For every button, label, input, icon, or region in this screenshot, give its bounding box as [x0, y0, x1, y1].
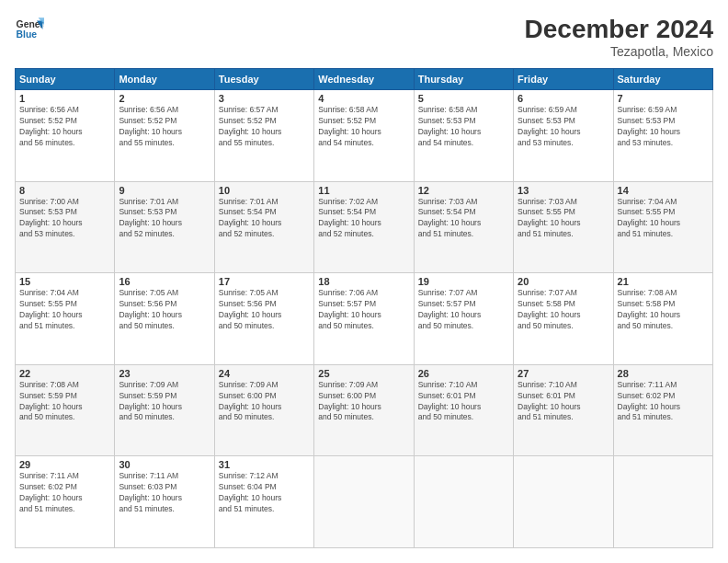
table-row: 24Sunrise: 7:09 AM Sunset: 6:00 PM Dayli…	[214, 364, 313, 456]
day-number: 30	[119, 459, 210, 470]
day-number: 27	[518, 368, 609, 379]
day-info: Sunrise: 7:05 AM Sunset: 5:56 PM Dayligh…	[119, 288, 210, 332]
day-number: 23	[119, 368, 210, 379]
day-info: Sunrise: 6:59 AM Sunset: 5:53 PM Dayligh…	[618, 105, 709, 149]
day-number: 25	[318, 368, 409, 379]
table-row: 31Sunrise: 7:12 AM Sunset: 6:04 PM Dayli…	[214, 456, 313, 548]
col-sunday: Sunday	[16, 69, 115, 90]
day-info: Sunrise: 7:01 AM Sunset: 5:54 PM Dayligh…	[219, 197, 310, 241]
col-tuesday: Tuesday	[214, 69, 313, 90]
day-info: Sunrise: 7:01 AM Sunset: 5:53 PM Dayligh…	[119, 197, 210, 241]
table-row: 2Sunrise: 6:56 AM Sunset: 5:52 PM Daylig…	[115, 90, 214, 182]
table-row: 4Sunrise: 6:58 AM Sunset: 5:52 PM Daylig…	[314, 90, 414, 182]
day-number: 5	[418, 93, 509, 104]
day-info: Sunrise: 7:09 AM Sunset: 6:00 PM Dayligh…	[318, 380, 409, 424]
day-number: 10	[219, 185, 310, 196]
table-row: 18Sunrise: 7:06 AM Sunset: 5:57 PM Dayli…	[314, 273, 414, 365]
day-number: 28	[618, 368, 709, 379]
svg-text:Blue: Blue	[17, 29, 38, 40]
table-row: 19Sunrise: 7:07 AM Sunset: 5:57 PM Dayli…	[414, 273, 513, 365]
day-info: Sunrise: 7:07 AM Sunset: 5:57 PM Dayligh…	[418, 288, 509, 332]
day-info: Sunrise: 7:10 AM Sunset: 6:01 PM Dayligh…	[518, 380, 609, 424]
day-info: Sunrise: 6:56 AM Sunset: 5:52 PM Dayligh…	[19, 105, 110, 149]
col-saturday: Saturday	[613, 69, 712, 90]
col-friday: Friday	[514, 69, 613, 90]
day-info: Sunrise: 7:12 AM Sunset: 6:04 PM Dayligh…	[219, 471, 310, 515]
calendar-table: Sunday Monday Tuesday Wednesday Thursday…	[15, 68, 713, 548]
day-number: 8	[19, 185, 110, 196]
day-info: Sunrise: 7:11 AM Sunset: 6:02 PM Dayligh…	[618, 380, 709, 424]
day-number: 22	[19, 368, 110, 379]
day-info: Sunrise: 7:08 AM Sunset: 5:59 PM Dayligh…	[19, 380, 110, 424]
calendar-week-row: 29Sunrise: 7:11 AM Sunset: 6:02 PM Dayli…	[16, 456, 713, 548]
day-info: Sunrise: 7:07 AM Sunset: 5:58 PM Dayligh…	[518, 288, 609, 332]
table-row	[514, 456, 613, 548]
table-row: 17Sunrise: 7:05 AM Sunset: 5:56 PM Dayli…	[214, 273, 313, 365]
table-row	[314, 456, 414, 548]
logo-icon: General Blue	[15, 15, 44, 44]
table-row: 27Sunrise: 7:10 AM Sunset: 6:01 PM Dayli…	[514, 364, 613, 456]
title-block: December 2024 Tezapotla, Mexico	[525, 15, 713, 59]
day-number: 3	[219, 93, 310, 104]
table-row: 20Sunrise: 7:07 AM Sunset: 5:58 PM Dayli…	[514, 273, 613, 365]
day-info: Sunrise: 7:04 AM Sunset: 5:55 PM Dayligh…	[618, 197, 709, 241]
table-row: 11Sunrise: 7:02 AM Sunset: 5:54 PM Dayli…	[314, 181, 414, 273]
col-monday: Monday	[115, 69, 214, 90]
day-number: 6	[518, 93, 609, 104]
table-row: 15Sunrise: 7:04 AM Sunset: 5:55 PM Dayli…	[16, 273, 115, 365]
day-number: 9	[119, 185, 210, 196]
calendar-week-row: 8Sunrise: 7:00 AM Sunset: 5:53 PM Daylig…	[16, 181, 713, 273]
table-row	[613, 456, 712, 548]
day-number: 16	[119, 276, 210, 287]
calendar-header-row: Sunday Monday Tuesday Wednesday Thursday…	[16, 69, 713, 90]
day-info: Sunrise: 6:58 AM Sunset: 5:52 PM Dayligh…	[318, 105, 409, 149]
table-row: 28Sunrise: 7:11 AM Sunset: 6:02 PM Dayli…	[613, 364, 712, 456]
table-row: 3Sunrise: 6:57 AM Sunset: 5:52 PM Daylig…	[214, 90, 313, 182]
table-row: 10Sunrise: 7:01 AM Sunset: 5:54 PM Dayli…	[214, 181, 313, 273]
table-row: 12Sunrise: 7:03 AM Sunset: 5:54 PM Dayli…	[414, 181, 513, 273]
day-info: Sunrise: 7:03 AM Sunset: 5:54 PM Dayligh…	[418, 197, 509, 241]
table-row: 25Sunrise: 7:09 AM Sunset: 6:00 PM Dayli…	[314, 364, 414, 456]
logo: General Blue	[15, 15, 44, 44]
day-number: 7	[618, 93, 709, 104]
table-row	[414, 456, 513, 548]
day-info: Sunrise: 7:11 AM Sunset: 6:02 PM Dayligh…	[19, 471, 110, 515]
table-row: 9Sunrise: 7:01 AM Sunset: 5:53 PM Daylig…	[115, 181, 214, 273]
day-number: 29	[19, 459, 110, 470]
table-row: 26Sunrise: 7:10 AM Sunset: 6:01 PM Dayli…	[414, 364, 513, 456]
day-number: 21	[618, 276, 709, 287]
day-info: Sunrise: 6:59 AM Sunset: 5:53 PM Dayligh…	[518, 105, 609, 149]
day-info: Sunrise: 7:09 AM Sunset: 6:00 PM Dayligh…	[219, 380, 310, 424]
table-row: 23Sunrise: 7:09 AM Sunset: 5:59 PM Dayli…	[115, 364, 214, 456]
table-row: 6Sunrise: 6:59 AM Sunset: 5:53 PM Daylig…	[514, 90, 613, 182]
day-number: 4	[318, 93, 409, 104]
subtitle: Tezapotla, Mexico	[525, 44, 713, 59]
table-row: 14Sunrise: 7:04 AM Sunset: 5:55 PM Dayli…	[613, 181, 712, 273]
day-number: 31	[219, 459, 310, 470]
day-number: 14	[618, 185, 709, 196]
table-row: 8Sunrise: 7:00 AM Sunset: 5:53 PM Daylig…	[16, 181, 115, 273]
day-info: Sunrise: 7:05 AM Sunset: 5:56 PM Dayligh…	[219, 288, 310, 332]
day-number: 11	[318, 185, 409, 196]
day-info: Sunrise: 6:57 AM Sunset: 5:52 PM Dayligh…	[219, 105, 310, 149]
day-info: Sunrise: 6:58 AM Sunset: 5:53 PM Dayligh…	[418, 105, 509, 149]
day-number: 13	[518, 185, 609, 196]
day-info: Sunrise: 7:11 AM Sunset: 6:03 PM Dayligh…	[119, 471, 210, 515]
table-row: 1Sunrise: 6:56 AM Sunset: 5:52 PM Daylig…	[16, 90, 115, 182]
day-info: Sunrise: 7:04 AM Sunset: 5:55 PM Dayligh…	[19, 288, 110, 332]
calendar-week-row: 1Sunrise: 6:56 AM Sunset: 5:52 PM Daylig…	[16, 90, 713, 182]
page-header: General Blue December 2024 Tezapotla, Me…	[15, 15, 713, 59]
day-number: 17	[219, 276, 310, 287]
calendar-week-row: 15Sunrise: 7:04 AM Sunset: 5:55 PM Dayli…	[16, 273, 713, 365]
table-row: 13Sunrise: 7:03 AM Sunset: 5:55 PM Dayli…	[514, 181, 613, 273]
calendar-week-row: 22Sunrise: 7:08 AM Sunset: 5:59 PM Dayli…	[16, 364, 713, 456]
table-row: 29Sunrise: 7:11 AM Sunset: 6:02 PM Dayli…	[16, 456, 115, 548]
day-number: 18	[318, 276, 409, 287]
day-number: 12	[418, 185, 509, 196]
day-number: 26	[418, 368, 509, 379]
day-number: 24	[219, 368, 310, 379]
day-number: 20	[518, 276, 609, 287]
col-thursday: Thursday	[414, 69, 513, 90]
day-info: Sunrise: 7:08 AM Sunset: 5:58 PM Dayligh…	[618, 288, 709, 332]
day-number: 2	[119, 93, 210, 104]
